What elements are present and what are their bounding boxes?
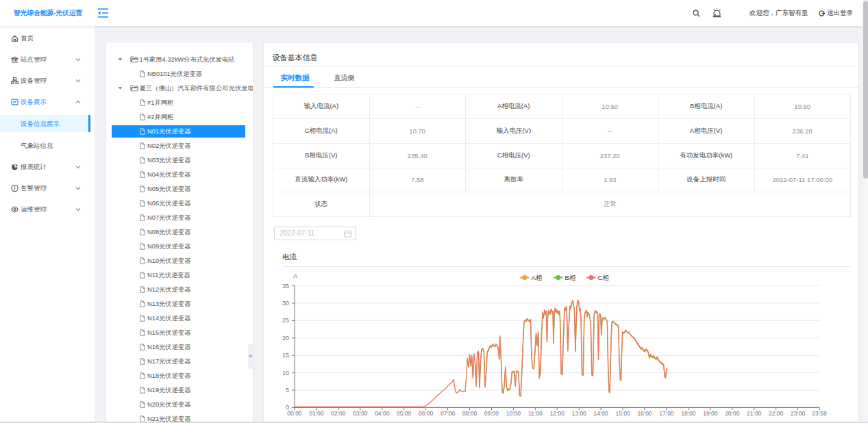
svg-text:11:00: 11:00 bbox=[528, 410, 543, 417]
svg-text:08:00: 08:00 bbox=[462, 410, 478, 417]
svg-text:10: 10 bbox=[282, 370, 289, 376]
svg-text:00:00: 00:00 bbox=[287, 410, 302, 417]
svg-text:25: 25 bbox=[282, 317, 289, 324]
svg-text:02:00: 02:00 bbox=[331, 410, 346, 417]
svg-text:15: 15 bbox=[282, 352, 289, 359]
svg-text:30: 30 bbox=[282, 300, 289, 307]
svg-text:35: 35 bbox=[282, 283, 289, 290]
svg-text:B相: B相 bbox=[565, 274, 576, 281]
svg-text:05:00: 05:00 bbox=[397, 410, 412, 417]
svg-text:18:00: 18:00 bbox=[681, 410, 696, 417]
svg-text:06:00: 06:00 bbox=[419, 410, 434, 417]
svg-text:C相: C相 bbox=[598, 274, 609, 281]
svg-text:13:00: 13:00 bbox=[572, 410, 587, 417]
svg-text:10:00: 10:00 bbox=[506, 410, 521, 417]
svg-text:19:00: 19:00 bbox=[703, 410, 718, 417]
svg-text:16:00: 16:00 bbox=[637, 410, 652, 417]
svg-text:22:00: 22:00 bbox=[769, 410, 784, 417]
svg-text:23:59: 23:59 bbox=[812, 410, 827, 417]
svg-text:17:00: 17:00 bbox=[659, 410, 674, 417]
svg-text:09:00: 09:00 bbox=[484, 410, 499, 417]
svg-text:15:00: 15:00 bbox=[615, 410, 630, 417]
svg-text:21:00: 21:00 bbox=[747, 410, 762, 417]
svg-text:23:00: 23:00 bbox=[791, 410, 806, 417]
svg-text:04:00: 04:00 bbox=[375, 410, 390, 417]
svg-text:12:00: 12:00 bbox=[550, 410, 565, 417]
svg-text:03:00: 03:00 bbox=[353, 410, 368, 417]
svg-text:07:00: 07:00 bbox=[441, 410, 456, 417]
svg-text:A相: A相 bbox=[532, 274, 543, 281]
svg-text:01:00: 01:00 bbox=[309, 410, 324, 417]
svg-text:5: 5 bbox=[286, 387, 289, 394]
svg-text:A: A bbox=[293, 272, 297, 279]
svg-text:14:00: 14:00 bbox=[593, 410, 608, 417]
svg-text:20:00: 20:00 bbox=[725, 410, 740, 417]
svg-text:20: 20 bbox=[282, 335, 289, 342]
